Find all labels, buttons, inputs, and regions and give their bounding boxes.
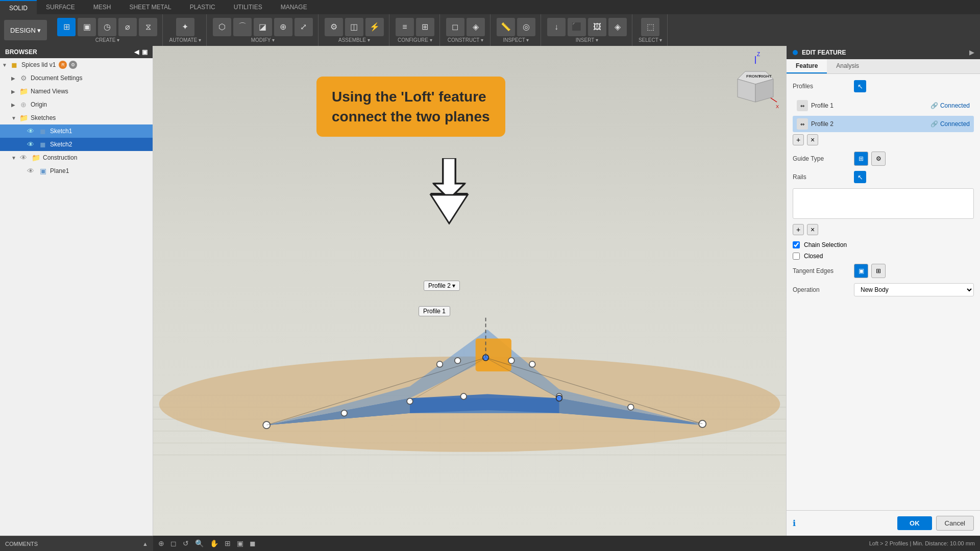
offset-plane-icon[interactable]: ◻ (446, 18, 464, 36)
joint-icon[interactable]: ⚙ (325, 18, 343, 36)
interference-icon[interactable]: ◎ (517, 18, 535, 36)
doc-settings-expand[interactable]: ▶ (11, 76, 18, 81)
operation-select[interactable]: New Body (854, 283, 974, 296)
sidebar-item-construction[interactable]: ▼ 👁 📁 Construction (0, 151, 153, 164)
automate-icon1[interactable]: ✦ (176, 18, 194, 36)
ok-button[interactable]: OK (897, 516, 932, 530)
remove-rail-button[interactable]: × (807, 224, 818, 235)
guide-type-btn1[interactable]: ⊞ (854, 152, 868, 166)
sketch2-eye-icon[interactable]: 👁 (26, 139, 36, 149)
construction-expand[interactable]: ▼ (11, 155, 18, 161)
sidebar-item-sketch1[interactable]: 👁 ◼ Sketch1 (0, 124, 153, 138)
tree-root[interactable]: ▼ ◼ Spices lid v1 R ⚙ (0, 58, 153, 71)
sweep-icon[interactable]: ⌀ (118, 18, 137, 36)
cancel-button[interactable]: Cancel (936, 516, 974, 531)
sidebar-item-named-views[interactable]: ▶ 📁 Named Views (0, 85, 153, 98)
parameters-icon[interactable]: ≡ (396, 18, 414, 36)
press-pull-icon[interactable]: ⬡ (213, 18, 231, 36)
tab-surface[interactable]: SURFACE (37, 0, 84, 14)
construction-eye-icon[interactable]: 👁 (18, 153, 29, 163)
add-rail-button[interactable]: + (793, 224, 804, 235)
sidebar-item-origin[interactable]: ▶ ⊕ Origin (0, 98, 153, 111)
sidebar-item-document-settings[interactable]: ▶ ⚙ Document Settings (0, 71, 153, 85)
origin-expand[interactable]: ▶ (11, 102, 18, 108)
measure-icon[interactable]: 📏 (497, 18, 515, 36)
rigid-group-icon[interactable]: ◫ (345, 18, 363, 36)
tab-manage[interactable]: MANAGE (272, 0, 316, 14)
select-label[interactable]: SELECT ▾ (639, 37, 663, 43)
sidebar-item-sketches[interactable]: ▼ 📁 Sketches (0, 111, 153, 124)
root-expand-icon[interactable]: ▼ (2, 62, 9, 68)
combine-icon[interactable]: ⊕ (274, 18, 292, 36)
insert-label[interactable]: INSERT ▾ (576, 37, 598, 43)
inspect-label[interactable]: INSPECT ▾ (503, 37, 529, 43)
comments-expand-icon[interactable]: ▲ (142, 541, 148, 547)
viewport[interactable]: Using the 'Loft' feature connect the two… (153, 46, 786, 536)
tab-feature[interactable]: Feature (787, 59, 827, 73)
guide-type-btn2[interactable]: ⚙ (871, 152, 886, 166)
profile1-row[interactable]: ⇔ Profile 1 🔗 Connected (793, 97, 974, 114)
tab-plastic[interactable]: PLASTIC (181, 0, 225, 14)
sketch1-eye-icon[interactable]: 👁 (26, 126, 36, 136)
zoom-icon[interactable]: 🔍 (195, 539, 204, 547)
profiles-select-button[interactable]: ↖ (854, 80, 866, 92)
sidebar-pin-icon[interactable]: ▣ (142, 48, 148, 56)
revolve-icon[interactable]: ◷ (98, 18, 116, 36)
render-icon[interactable]: ◼ (250, 539, 256, 547)
panel-expand-icon[interactable]: ▶ (969, 49, 974, 56)
profile2-row[interactable]: ⇔ Profile 2 🔗 Connected (793, 116, 974, 132)
plane1-eye-icon[interactable]: 👁 (26, 166, 36, 176)
pan-icon[interactable]: ✋ (210, 539, 218, 547)
chain-selection-checkbox[interactable] (793, 241, 800, 248)
insert-decal-icon[interactable]: ◈ (608, 18, 627, 36)
tangent-edges-btn2[interactable]: ⊞ (871, 264, 886, 278)
extrude-icon[interactable]: ▣ (78, 18, 96, 36)
move-copy-icon[interactable]: ⤢ (295, 18, 313, 36)
tab-analysis[interactable]: Analysis (827, 59, 868, 73)
tangent-edges-btn1[interactable]: ▣ (854, 264, 868, 278)
configure-label[interactable]: CONFIGURE ▾ (398, 37, 432, 43)
sketches-expand[interactable]: ▼ (11, 115, 18, 121)
info-icon[interactable]: ℹ (793, 518, 796, 528)
remove-profile-button[interactable]: × (807, 134, 818, 145)
tab-solid[interactable]: SOLID (0, 0, 37, 14)
closed-row: Closed (793, 253, 974, 260)
insert-derive-icon[interactable]: ↓ (547, 18, 566, 36)
construct-label[interactable]: CONSTRUCT ▾ (448, 37, 483, 43)
rails-control: ↖ (854, 171, 974, 183)
create-label[interactable]: CREATE ▾ (95, 37, 120, 43)
drive-joint-icon[interactable]: ⚡ (365, 18, 384, 36)
tab-utilities[interactable]: UTILITIES (225, 0, 272, 14)
sidebar-item-sketch2[interactable]: 👁 ◼ Sketch2 (0, 138, 153, 151)
orientation-cube[interactable]: Z FRONT RIGHT X (730, 51, 781, 102)
display-icon[interactable]: ◻ (170, 539, 177, 547)
orbit-icon[interactable]: ↺ (183, 539, 189, 547)
assemble-label[interactable]: ASSEMBLE ▾ (338, 37, 370, 43)
rails-select-button[interactable]: ↖ (854, 171, 866, 183)
modify-label[interactable]: MODIFY ▾ (251, 37, 275, 43)
loft-icon[interactable]: ⧖ (139, 18, 157, 36)
add-profile-button[interactable]: + (793, 134, 804, 145)
profile1-label[interactable]: Profile 1 (419, 306, 450, 316)
select-filter-icon[interactable]: ⬚ (641, 18, 659, 36)
closed-label: Closed (804, 253, 823, 260)
tab-mesh[interactable]: MESH (84, 0, 120, 14)
display-mode-icon[interactable]: ▣ (237, 539, 243, 547)
fillet-icon[interactable]: ⌒ (233, 18, 252, 36)
sidebar-collapse-icon[interactable]: ◀ (134, 48, 139, 56)
midplane-icon[interactable]: ◈ (467, 18, 485, 36)
insert-canvas-icon[interactable]: 🖼 (588, 18, 606, 36)
new-component-icon[interactable]: ⊞ (57, 18, 76, 36)
automate-label[interactable]: AUTOMATE ▾ (169, 37, 201, 43)
named-views-expand[interactable]: ▶ (11, 89, 18, 94)
snap-icon[interactable]: ⊕ (158, 539, 164, 547)
closed-checkbox[interactable] (793, 253, 800, 260)
insert-mesh-icon[interactable]: ⬛ (568, 18, 586, 36)
fit-icon[interactable]: ⊞ (225, 539, 231, 547)
table-icon[interactable]: ⊞ (416, 18, 434, 36)
profile2-label[interactable]: Profile 2 ▾ (424, 281, 460, 291)
tab-sheetmetal[interactable]: SHEET METAL (120, 0, 180, 14)
chamfer-icon[interactable]: ◪ (254, 18, 272, 36)
sidebar-item-plane1[interactable]: 👁 ▣ Plane1 (0, 164, 153, 178)
design-button[interactable]: DESIGN ▾ (4, 20, 47, 40)
